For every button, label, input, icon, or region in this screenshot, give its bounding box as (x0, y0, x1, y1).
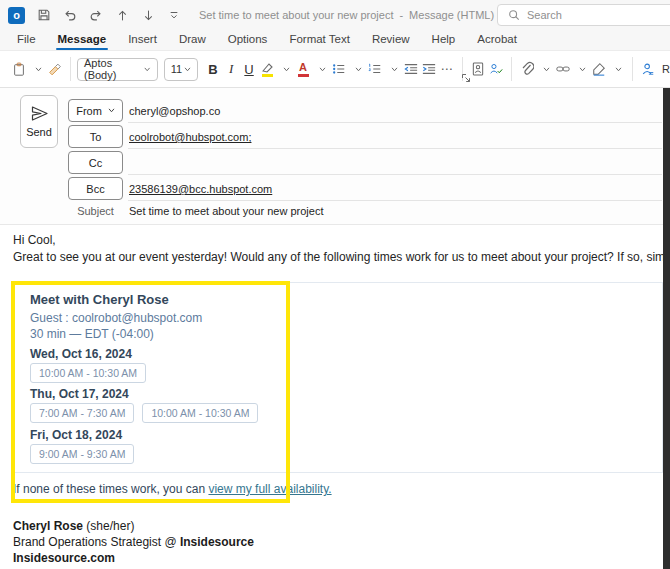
font-color-bar (298, 74, 309, 77)
ribbon-divider (632, 57, 633, 81)
dialog-launcher-icon[interactable] (461, 73, 471, 83)
bcc-value[interactable]: 23586139@bcc.hubspot.com (129, 183, 272, 195)
more-commands-button[interactable]: ⋯ (438, 56, 456, 82)
underline-button[interactable]: U (240, 56, 258, 82)
availability-line: If none of these times work, you can vie… (13, 482, 332, 496)
chevron-down-icon[interactable] (384, 56, 402, 82)
move-down-icon[interactable] (137, 4, 159, 26)
tab-review[interactable]: Review (361, 30, 421, 50)
time-slot-button[interactable]: 10:00 AM - 10:30 AM (30, 363, 146, 383)
chevron-down-icon[interactable] (348, 56, 366, 82)
window-title: Set time to meet about your new project-… (199, 9, 494, 21)
cc-button[interactable]: Cc (68, 151, 123, 174)
address-book-icon[interactable] (469, 56, 487, 82)
paragraph-text: Great to see you at our event yesterday!… (13, 250, 664, 264)
meeting-date: Fri, Oct 18, 2024 (30, 428, 122, 442)
signature-role-line: Brand Operations Strategist @ Insidesour… (13, 534, 254, 550)
chevron-down-icon[interactable] (312, 56, 330, 82)
italic-button[interactable]: I (222, 56, 240, 82)
numbering-icon[interactable] (366, 56, 384, 82)
to-button[interactable]: To (68, 125, 123, 148)
meeting-card: Meet with Cheryl Rose Guest : coolrobot@… (13, 282, 663, 473)
attach-icon[interactable] (518, 56, 536, 82)
from-value[interactable]: cheryl@opshop.co (129, 105, 220, 117)
qat-customize-icon[interactable] (163, 4, 185, 26)
field-divider (128, 148, 662, 149)
outlook-message-window: o (0, 0, 670, 569)
to-value[interactable]: coolrobot@hubspot.com; (129, 131, 251, 143)
availability-link[interactable]: view my full availability. (208, 482, 331, 496)
tab-help[interactable]: Help (421, 30, 467, 50)
ribbon-tabs: File Message Insert Draw Options Format … (0, 30, 670, 50)
meeting-duration: 30 min — EDT (-04:00) (30, 327, 154, 341)
chevron-down-icon[interactable] (608, 56, 626, 82)
right-edge-strip (663, 88, 670, 569)
subject-label: Subject (68, 205, 123, 217)
font-color-icon[interactable]: A (294, 56, 312, 82)
meeting-date: Wed, Oct 16, 2024 (30, 347, 132, 361)
field-divider (128, 200, 662, 201)
save-icon[interactable] (33, 4, 55, 26)
chevron-down-icon[interactable] (28, 56, 46, 82)
ribbon-divider (511, 57, 512, 81)
time-slot-button[interactable]: 10:00 AM - 10:30 AM (142, 403, 258, 423)
bullets-icon[interactable] (330, 56, 348, 82)
time-slot-button[interactable]: 7:00 AM - 7:30 AM (30, 403, 134, 423)
highlight-color-bar (262, 74, 273, 77)
tab-options[interactable]: Options (217, 30, 279, 50)
font-size-select[interactable]: 11 (164, 58, 198, 81)
send-label: Send (26, 126, 52, 138)
field-divider (128, 174, 662, 175)
field-divider (128, 122, 662, 123)
font-name-select[interactable]: Aptos (Body) (77, 58, 158, 81)
title-bar: o (0, 0, 670, 30)
tab-draw[interactable]: Draw (168, 30, 217, 50)
from-button[interactable]: From (68, 99, 123, 122)
chevron-down-icon[interactable] (572, 56, 590, 82)
signature-block: Cheryl Rose (she/her) Brand Operations S… (13, 518, 254, 566)
signature-name-line: Cheryl Rose (she/her) (13, 518, 254, 534)
check-names-icon[interactable] (487, 56, 505, 82)
meeting-title: Meet with Cheryl Rose (30, 292, 169, 307)
tab-format-text[interactable]: Format Text (278, 30, 361, 50)
increase-indent-icon[interactable] (420, 56, 438, 82)
tab-message[interactable]: Message (47, 30, 118, 50)
redo-icon[interactable] (85, 4, 107, 26)
clipped-ribbon-label: R (662, 63, 670, 75)
bcc-button[interactable]: Bcc (68, 177, 123, 200)
signature-website: Insidesource.com (13, 550, 254, 566)
chevron-down-icon[interactable] (276, 56, 294, 82)
chevron-down-icon[interactable] (536, 56, 554, 82)
bold-button[interactable]: B (204, 56, 222, 82)
greeting-text: Hi Cool, (13, 233, 56, 247)
search-box[interactable] (497, 4, 670, 26)
meeting-date: Thu, Oct 17, 2024 (30, 387, 129, 401)
subject-value[interactable]: Set time to meet about your new project (129, 205, 323, 217)
send-plane-icon (30, 105, 49, 122)
search-input[interactable] (527, 9, 647, 21)
search-icon (508, 9, 520, 21)
link-icon[interactable] (554, 56, 572, 82)
decrease-indent-icon[interactable] (402, 56, 420, 82)
ribbon-divider (70, 57, 71, 81)
tab-insert[interactable]: Insert (117, 30, 168, 50)
time-slot-button[interactable]: 9:00 AM - 9:30 AM (30, 444, 134, 464)
meeting-guest: Guest : coolrobot@hubspot.com (30, 311, 202, 325)
tab-acrobat[interactable]: Acrobat (466, 30, 528, 50)
message-body[interactable]: Hi Cool, Great to see you at our event y… (0, 225, 670, 569)
move-up-icon[interactable] (111, 4, 133, 26)
outlook-icon: o (8, 7, 25, 24)
compose-header: Send From cheryl@opshop.co To coolrobot@… (0, 88, 670, 225)
send-button[interactable]: Send (20, 95, 58, 148)
highlight-icon[interactable] (258, 56, 276, 82)
paste-icon[interactable] (10, 56, 28, 82)
ribbon: Aptos (Body) 11 B I U A (0, 50, 670, 88)
tab-file[interactable]: File (6, 30, 47, 50)
format-painter-icon[interactable] (46, 56, 64, 82)
undo-icon[interactable] (59, 4, 81, 26)
assign-person-icon[interactable] (639, 56, 657, 82)
quick-access-toolbar: o (0, 4, 185, 26)
signature-icon[interactable] (590, 56, 608, 82)
